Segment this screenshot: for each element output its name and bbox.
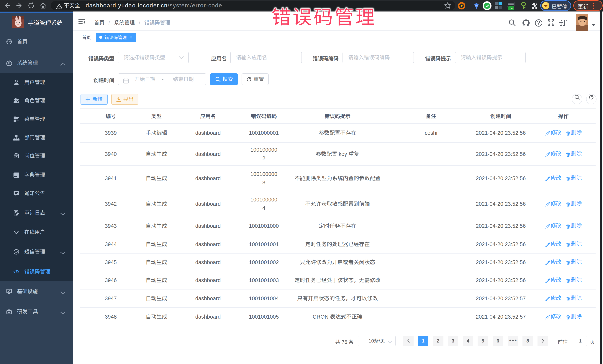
svg-text:on: on [510,7,513,10]
